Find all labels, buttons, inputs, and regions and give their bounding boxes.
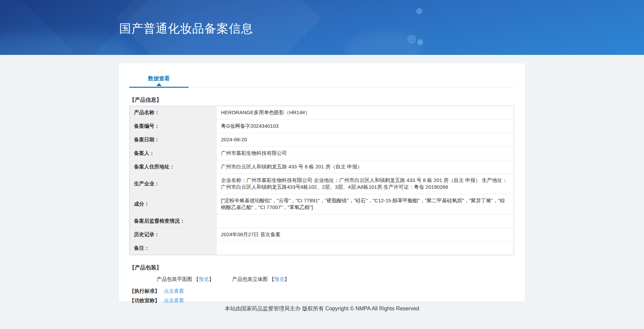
header-decor-circle-3: [417, 39, 423, 45]
field-label: 产品名称：: [130, 106, 217, 120]
page-header: 国产普通化妆品备案信息: [0, 0, 644, 55]
field-value: HERORANGE多用单色眼影（HR14#）: [217, 106, 514, 120]
field-label: 备注：: [130, 242, 217, 255]
efficacy-view-link[interactable]: 点击查看: [164, 297, 184, 303]
product-info-section-title: 【产品信息】: [129, 96, 515, 103]
product-info-table: 产品名称： HERORANGE多用单色眼影（HR14#） 备案编号： 粤G妆网备…: [129, 106, 514, 255]
bracket-open: 【: [194, 276, 199, 282]
bracket-open: 【: [269, 276, 274, 282]
tab-data-view-label: 数据查看: [148, 76, 170, 81]
tab-indicator-triangle-icon: [156, 83, 162, 86]
packaging-flat-label: 产品包装平面图: [157, 276, 192, 282]
row-history: 历史记录： 2024年08月27日 首次备案: [130, 228, 514, 242]
field-label: 备案后监督检查情况：: [130, 214, 217, 228]
field-label: 成分：: [130, 194, 217, 214]
field-label: 生产企业：: [130, 174, 217, 194]
bracket-close: 】: [209, 276, 214, 282]
field-value: 广州市慕彩生物科技有限公司: [217, 147, 514, 160]
field-label: 历史记录：: [130, 228, 217, 242]
field-value: 2024年08月27日 首次备案: [217, 228, 514, 242]
row-ingredients: 成分： ["淀粉辛烯基琥珀酸铝"，"云母"，"CI 77891"，"硬脂酸镁"，…: [130, 194, 514, 214]
standard-row: 【执行标准】点击查看: [129, 287, 515, 295]
field-value: [217, 242, 514, 255]
packaging-stereo-item: 产品包装立体图 【预览】: [232, 276, 289, 282]
packaging-section-title: 【产品包装】: [129, 264, 515, 271]
content-card: 数据查看 【产品信息】 产品名称： HERORANGE多用单色眼影（HR14#）…: [119, 63, 525, 301]
field-value: [217, 214, 514, 228]
packaging-flat-preview-link[interactable]: 预览: [199, 276, 209, 282]
row-filing-date: 备案日期： 2024-08-20: [130, 133, 514, 147]
tab-bar: 数据查看: [129, 63, 515, 87]
field-value: 广州市白云区人和镇鹤龙五路 433 号 8 栋 201 房（自主 申报）: [217, 160, 514, 174]
header-decor-circle-2: [407, 35, 416, 44]
field-label: 备案编号：: [130, 120, 217, 133]
tab-data-view[interactable]: 数据查看: [129, 75, 188, 88]
row-post-filing-supervision: 备案后监督检查情况：: [130, 214, 514, 228]
field-value: 2024-08-20: [217, 133, 514, 147]
packaging-stereo-label: 产品包装立体图: [232, 276, 268, 282]
field-label: 备案人：: [130, 147, 217, 160]
packaging-flat-item: 产品包装平面图 【预览】: [157, 276, 215, 282]
row-remarks: 备注：: [130, 242, 514, 255]
bracket-close: 】: [285, 276, 290, 282]
efficacy-section-title: 【功效宣称】: [129, 297, 160, 303]
row-manufacturer: 生产企业： 企业名称：广州市慕彩生物科技有限公司 企业地址：广州市白云区人和镇鹤…: [130, 174, 514, 194]
packaging-stereo-preview-link[interactable]: 预览: [274, 276, 285, 282]
field-value: 粤G妆网备字2024340103: [217, 120, 514, 133]
standard-view-link[interactable]: 点击查看: [164, 288, 184, 294]
packaging-row: 产品包装平面图 【预览】 产品包装立体图 【预览】: [129, 275, 515, 283]
main-content: 数据查看 【产品信息】 产品名称： HERORANGE多用单色眼影（HR14#）…: [119, 63, 525, 312]
row-filer-address: 备案人住所地址： 广州市白云区人和镇鹤龙五路 433 号 8 栋 201 房（自…: [130, 160, 514, 174]
standard-section-title: 【执行标准】: [129, 288, 160, 294]
field-label: 备案日期：: [130, 133, 217, 147]
row-filing-number: 备案编号： 粤G妆网备字2024340103: [130, 120, 514, 133]
field-value: ["淀粉辛烯基琥珀酸铝"，"云母"，"CI 77891"，"硬脂酸镁"，"硅石"…: [217, 194, 514, 214]
page-title: 国产普通化妆品备案信息: [119, 21, 525, 36]
field-value: 企业名称：广州市慕彩生物科技有限公司 企业地址：广州市白云区人和镇鹤龙五路 43…: [217, 174, 514, 194]
field-label: 备案人住所地址：: [130, 160, 217, 174]
row-product-name: 产品名称： HERORANGE多用单色眼影（HR14#）: [130, 106, 514, 120]
row-filer: 备案人： 广州市慕彩生物科技有限公司: [130, 147, 514, 160]
